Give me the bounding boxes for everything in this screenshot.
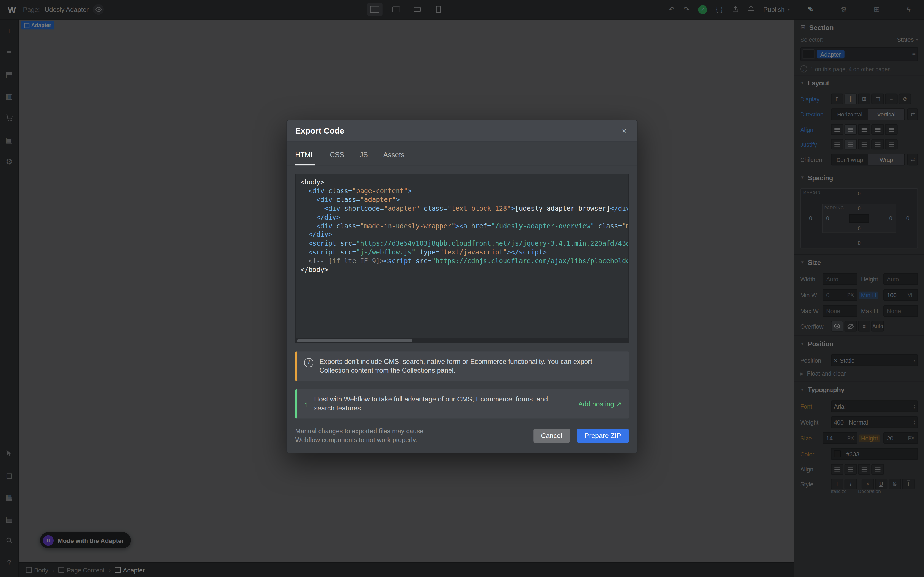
prepare-zip-button[interactable]: Prepare ZIP	[577, 429, 629, 443]
modal-title: Export Code	[296, 126, 344, 135]
hosting-notice: ↑ Host with Webflow to take full advanta…	[296, 389, 629, 419]
export-code-modal: Export Code × HTMLCSSJSAssets <body> <di…	[286, 119, 638, 453]
tab-js[interactable]: JS	[360, 151, 368, 165]
export-limitations-notice: i Exports don't include CMS, search, nat…	[296, 351, 629, 381]
modal-footer: Manual changes to exported files may cau…	[287, 419, 637, 453]
cancel-button[interactable]: Cancel	[533, 429, 570, 443]
horizontal-scrollbar[interactable]	[296, 338, 628, 343]
scrollbar-thumb[interactable]	[297, 339, 412, 342]
webflow-designer: W Page: Udesly Adapter ↶ ↷ ✓ { }	[0, 0, 924, 577]
modal-tabs: HTMLCSSJSAssets	[287, 142, 637, 165]
tab-css[interactable]: CSS	[330, 151, 344, 165]
info-icon: i	[304, 358, 313, 367]
external-link-icon: ↗	[616, 400, 622, 408]
export-limitations-text: Exports don't include CMS, search, nativ…	[319, 358, 622, 375]
modal-header: Export Code ×	[287, 120, 637, 142]
arrow-up-icon: ↑	[304, 399, 308, 409]
manual-changes-warning: Manual changes to exported files may cau…	[296, 427, 449, 445]
tab-html[interactable]: HTML	[296, 151, 315, 166]
code-area: <body> <div class="page-content"> <div c…	[296, 174, 629, 343]
add-hosting-link[interactable]: Add hosting ↗	[578, 400, 622, 408]
hosting-text: Host with Webflow to take full advantage…	[314, 395, 562, 413]
tab-assets[interactable]: Assets	[383, 151, 404, 165]
code-block[interactable]: <body> <div class="page-content"> <div c…	[296, 174, 629, 343]
close-icon[interactable]: ×	[620, 125, 628, 136]
